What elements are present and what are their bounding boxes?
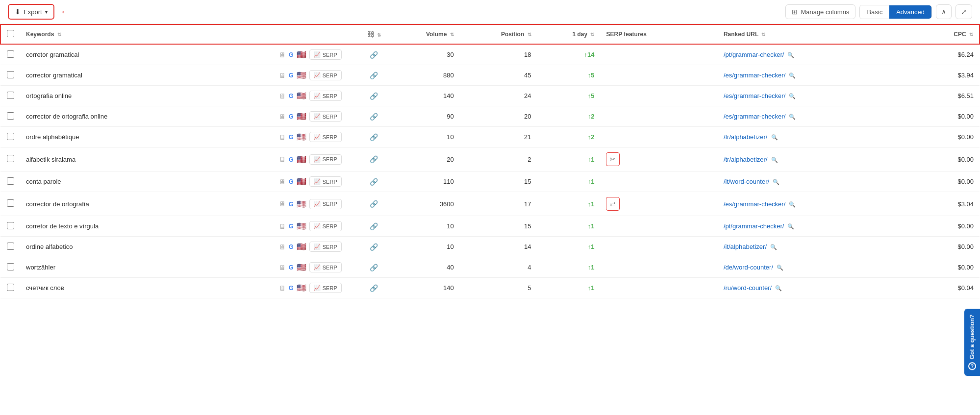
ranked-url-link[interactable]: /ru/word-counter/ (724, 284, 772, 292)
flag-icon[interactable]: 🇺🇸 (297, 177, 306, 186)
header-volume[interactable]: Volume ⇅ (387, 24, 460, 44)
google-icon[interactable]: G (289, 200, 294, 208)
serp-button[interactable]: 📈 SERP (309, 91, 342, 101)
ranked-url-link[interactable]: /es/grammar-checker/ (724, 113, 785, 120)
google-icon[interactable]: G (289, 264, 294, 271)
search-icon[interactable]: 🔍 (774, 285, 782, 291)
chain-icon[interactable]: 🔗 (370, 284, 378, 292)
header-keywords[interactable]: Keywords ⇅ (20, 24, 273, 44)
chain-icon[interactable]: 🔗 (370, 155, 378, 163)
ranked-url-link[interactable]: /es/grammar-checker/ (724, 92, 785, 99)
flag-icon[interactable]: 🇺🇸 (297, 71, 306, 80)
row-checkbox[interactable] (7, 71, 14, 78)
monitor-icon[interactable]: 🖥 (279, 284, 286, 292)
google-icon[interactable]: G (289, 243, 294, 250)
ranked-url-link[interactable]: /es/grammar-checker/ (724, 200, 785, 208)
monitor-icon[interactable]: 🖥 (279, 113, 286, 121)
header-oneday[interactable]: 1 day ⇅ (537, 24, 601, 44)
chain-icon[interactable]: 🔗 (370, 222, 378, 230)
google-icon[interactable]: G (289, 113, 294, 120)
search-icon[interactable]: 🔍 (787, 201, 796, 207)
collapse-button[interactable]: ∧ (936, 4, 952, 19)
search-icon[interactable]: 🔍 (769, 157, 778, 163)
row-checkbox[interactable] (7, 50, 14, 58)
ranked-url-link[interactable]: /tr/alphabetizer/ (724, 156, 768, 163)
chain-icon[interactable]: 🔗 (370, 51, 378, 59)
monitor-icon[interactable]: 🖥 (279, 133, 286, 141)
chain-icon[interactable]: 🔗 (370, 113, 378, 121)
search-icon[interactable]: 🔍 (775, 265, 783, 270)
google-icon[interactable]: G (289, 51, 294, 58)
serp-button[interactable]: 📈 SERP (309, 221, 342, 231)
monitor-icon[interactable]: 🖥 (279, 243, 286, 251)
google-icon[interactable]: G (289, 284, 294, 292)
monitor-icon[interactable]: 🖥 (279, 222, 286, 230)
flag-icon[interactable]: 🇺🇸 (297, 283, 306, 293)
monitor-icon[interactable]: 🖥 (279, 200, 286, 208)
ranked-url-link[interactable]: /de/word-counter/ (724, 264, 773, 271)
flag-icon[interactable]: 🇺🇸 (297, 263, 306, 272)
serp-button[interactable]: 📈 SERP (309, 283, 342, 293)
row-checkbox[interactable] (7, 133, 14, 140)
chain-icon[interactable]: 🔗 (370, 243, 378, 251)
monitor-icon[interactable]: 🖥 (279, 51, 286, 59)
ranked-url-link[interactable]: /es/grammar-checker/ (724, 72, 785, 79)
monitor-icon[interactable]: 🖥 (279, 155, 286, 163)
row-checkbox[interactable] (7, 284, 14, 291)
header-cpc[interactable]: CPC ⇅ (916, 24, 980, 44)
header-position[interactable]: Position ⇅ (460, 24, 537, 44)
row-checkbox[interactable] (7, 222, 14, 229)
flag-icon[interactable]: 🇺🇸 (297, 221, 306, 231)
ranked-url-link[interactable]: /it/alphabetizer/ (724, 243, 767, 250)
select-all-checkbox[interactable] (7, 30, 14, 37)
serp-button[interactable]: 📈 SERP (309, 70, 342, 80)
row-checkbox[interactable] (7, 177, 14, 185)
flag-icon[interactable]: 🇺🇸 (297, 91, 306, 100)
row-checkbox[interactable] (7, 112, 14, 120)
row-checkbox[interactable] (7, 155, 14, 162)
expand-button[interactable]: ⤢ (955, 4, 972, 19)
flag-icon[interactable]: 🇺🇸 (297, 132, 306, 142)
search-icon[interactable]: 🔍 (786, 223, 794, 229)
search-icon[interactable]: 🔍 (771, 179, 779, 185)
ranked-url-link[interactable]: /it/word-counter/ (724, 178, 769, 185)
search-icon[interactable]: 🔍 (787, 93, 796, 99)
search-icon[interactable]: 🔍 (786, 52, 794, 58)
serp-button[interactable]: 📈 SERP (309, 111, 342, 122)
row-checkbox[interactable] (7, 92, 14, 99)
google-icon[interactable]: G (289, 92, 294, 99)
basic-view-button[interactable]: Basic (860, 5, 889, 19)
google-icon[interactable]: G (289, 133, 294, 141)
flag-icon[interactable]: 🇺🇸 (297, 50, 306, 59)
serp-button[interactable]: 📈 SERP (309, 154, 342, 165)
serp-button[interactable]: 📈 SERP (309, 176, 342, 187)
row-checkbox[interactable] (7, 243, 14, 250)
flag-icon[interactable]: 🇺🇸 (297, 242, 306, 251)
google-icon[interactable]: G (289, 72, 294, 79)
ranked-url-link[interactable]: /pt/grammar-checker/ (724, 51, 784, 58)
header-ranked-url[interactable]: Ranked URL ⇅ (718, 24, 916, 44)
ranked-url-link[interactable]: /fr/alphabetizer/ (724, 133, 768, 141)
advanced-view-button[interactable]: Advanced (889, 5, 931, 19)
search-icon[interactable]: 🔍 (769, 244, 777, 250)
chain-icon[interactable]: 🔗 (370, 92, 378, 100)
row-checkbox[interactable] (7, 199, 14, 207)
flag-icon[interactable]: 🇺🇸 (297, 155, 306, 164)
serp-button[interactable]: 📈 SERP (309, 49, 342, 60)
serp-button[interactable]: 📈 SERP (309, 199, 342, 209)
serp-button[interactable]: 📈 SERP (309, 242, 342, 252)
google-icon[interactable]: G (289, 222, 294, 230)
row-checkbox[interactable] (7, 263, 14, 270)
export-button[interactable]: ⬇ Export ▾ (8, 4, 54, 20)
chain-icon[interactable]: 🔗 (370, 72, 378, 79)
flag-icon[interactable]: 🇺🇸 (297, 199, 306, 209)
search-icon[interactable]: 🔍 (787, 114, 796, 120)
monitor-icon[interactable]: 🖥 (279, 92, 286, 100)
flag-icon[interactable]: 🇺🇸 (297, 112, 306, 121)
google-icon[interactable]: G (289, 156, 294, 163)
manage-columns-button[interactable]: ⊞ Manage columns (785, 4, 855, 19)
monitor-icon[interactable]: 🖥 (279, 72, 286, 79)
chain-icon[interactable]: 🔗 (370, 200, 378, 208)
google-icon[interactable]: G (289, 178, 294, 185)
chain-icon[interactable]: 🔗 (370, 178, 378, 186)
